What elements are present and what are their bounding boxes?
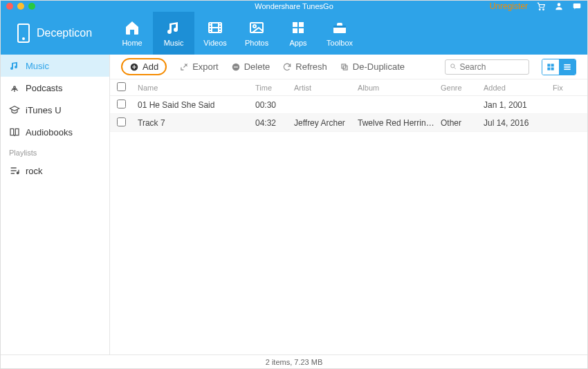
delete-icon [231, 62, 241, 72]
list-view-button[interactable] [559, 59, 576, 75]
audiobook-icon [9, 126, 20, 138]
close-button[interactable] [6, 3, 13, 10]
deduplicate-button[interactable]: De-Duplicate [340, 62, 405, 72]
top-tabs: Home Music Videos Photos Apps Toolbox [111, 12, 360, 55]
cell-added: Jan 1, 2001 [484, 100, 553, 110]
sidebar-item-music[interactable]: Music [1, 55, 109, 77]
search-icon [450, 63, 457, 71]
col-genre[interactable]: Genre [441, 84, 484, 92]
sidebar-item-label: iTunes U [26, 105, 62, 115]
svg-rect-26 [564, 66, 570, 68]
toolbox-icon [331, 19, 348, 36]
sidebar-item-itunesu[interactable]: iTunes U [1, 99, 109, 121]
minimize-button[interactable] [17, 3, 24, 10]
sidebar-item-podcasts[interactable]: Podcasts [1, 77, 109, 99]
svg-point-2 [558, 3, 561, 6]
table-row[interactable]: Track 7 04:32 Jeffrey Archer Twelve Red … [110, 114, 587, 132]
svg-rect-21 [547, 64, 550, 66]
svg-point-1 [543, 9, 544, 10]
videos-icon [207, 19, 223, 36]
export-icon [179, 62, 189, 72]
tab-label: Toolbox [327, 39, 353, 47]
tab-music[interactable]: Music [153, 12, 194, 55]
sidebar-item-label: rock [26, 166, 43, 176]
search-input[interactable] [459, 62, 524, 72]
content: Add Export Delete Refresh De-Duplicate [110, 55, 587, 354]
feedback-icon[interactable] [572, 1, 582, 11]
col-fix[interactable]: Fix [553, 84, 580, 92]
topbar: Decepticon Home Music Videos Photos Apps… [1, 12, 587, 55]
device-name: Decepticon [37, 27, 92, 39]
svg-point-0 [539, 9, 540, 10]
toolbar: Add Export Delete Refresh De-Duplicate [110, 55, 587, 79]
svg-rect-8 [299, 22, 304, 27]
col-artist[interactable]: Artist [294, 84, 358, 92]
cell-album: Twelve Red Herrin… [358, 118, 441, 128]
button-label: Delete [244, 62, 270, 72]
grid-view-button[interactable] [542, 59, 559, 75]
row-checkbox[interactable] [117, 117, 126, 126]
tab-home[interactable]: Home [111, 12, 153, 55]
status-bar: 2 items, 7.23 MB [1, 354, 587, 368]
user-icon[interactable] [554, 1, 564, 11]
device-selector[interactable]: Decepticon [1, 12, 111, 55]
tab-toolbox[interactable]: Toolbox [319, 12, 360, 55]
export-button[interactable]: Export [179, 62, 219, 72]
svg-point-20 [451, 64, 454, 67]
table-header: Name Time Artist Album Genre Added Fix [110, 79, 587, 96]
svg-rect-24 [551, 67, 554, 70]
cart-icon[interactable] [536, 1, 546, 11]
sidebar-section-playlists: Playlists [1, 143, 109, 160]
refresh-button[interactable]: Refresh [282, 62, 327, 72]
col-added[interactable]: Added [484, 84, 553, 92]
phone-icon [17, 23, 30, 43]
select-all-checkbox[interactable] [117, 82, 126, 91]
refresh-icon [282, 62, 292, 72]
title-right: Unregister [490, 1, 582, 11]
button-label: Add [143, 62, 158, 72]
dedup-icon [340, 62, 349, 72]
button-label: Export [192, 62, 219, 72]
cell-time: 00:30 [255, 100, 294, 110]
sidebar-item-audiobooks[interactable]: Audiobooks [1, 121, 109, 143]
sidebar: Music Podcasts iTunes U Audiobooks Playl… [1, 55, 110, 354]
photos-icon [248, 19, 265, 36]
music-icon [165, 19, 182, 36]
playlist-icon [9, 165, 20, 176]
svg-rect-5 [250, 23, 263, 32]
cell-name: Track 7 [138, 118, 255, 128]
button-label: De-Duplicate [353, 62, 405, 72]
svg-rect-22 [551, 64, 554, 66]
delete-button[interactable]: Delete [231, 62, 270, 72]
app-title: Wondershare TunesGo [255, 2, 333, 10]
row-checkbox[interactable] [117, 100, 126, 108]
table-row[interactable]: 01 He Said She Said 00:30 Jan 1, 2001 [110, 96, 587, 114]
svg-rect-27 [564, 68, 570, 70]
svg-rect-10 [299, 28, 304, 33]
svg-rect-7 [293, 22, 297, 27]
col-album[interactable]: Album [358, 84, 441, 92]
status-text: 2 items, 7.23 MB [266, 358, 323, 366]
col-time[interactable]: Time [255, 84, 294, 92]
svg-rect-23 [547, 67, 550, 70]
svg-point-6 [253, 25, 256, 28]
col-name[interactable]: Name [138, 84, 255, 92]
tab-apps[interactable]: Apps [277, 12, 319, 55]
svg-rect-3 [573, 3, 581, 8]
search-box[interactable] [445, 59, 529, 75]
cell-time: 04:32 [255, 118, 294, 128]
unregister-link[interactable]: Unregister [490, 1, 528, 11]
cell-artist: Jeffrey Archer [294, 118, 358, 128]
titlebar: Wondershare TunesGo Unregister [1, 1, 587, 12]
cell-added: Jul 14, 2016 [484, 118, 553, 128]
tab-label: Apps [290, 39, 307, 47]
apps-icon [290, 19, 306, 36]
tab-photos[interactable]: Photos [236, 12, 277, 55]
cell-name: 01 He Said She Said [138, 100, 255, 110]
sidebar-playlist-rock[interactable]: rock [1, 160, 109, 182]
svg-rect-17 [234, 66, 238, 67]
add-button[interactable]: Add [121, 58, 167, 75]
svg-rect-9 [293, 28, 297, 33]
tab-videos[interactable]: Videos [194, 12, 236, 55]
maximize-button[interactable] [28, 3, 35, 10]
